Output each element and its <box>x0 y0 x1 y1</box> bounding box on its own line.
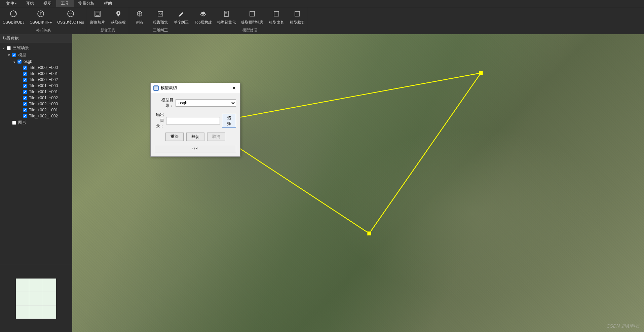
tree-osgb[interactable]: ∨osgb <box>0 59 72 65</box>
scene-data-panel-title: 场景数据 <box>0 34 72 43</box>
dropdown-arrow-icon: ▾ <box>15 2 16 5</box>
tree-tile-item[interactable]: Tile_+000_+001 <box>0 71 72 77</box>
polygon-vertex[interactable] <box>479 71 483 75</box>
polygon-vertex[interactable] <box>367 231 371 235</box>
tree-checkbox[interactable] <box>23 96 27 100</box>
tree-checkbox[interactable] <box>23 66 27 70</box>
model-rename-button[interactable]: 模型改名 <box>266 7 287 27</box>
progress-bar: 0% <box>155 145 236 152</box>
lightweight-icon <box>222 10 230 18</box>
ribbon-group-label: 格式转换 <box>0 27 87 34</box>
ribbon-group-model: Top层构建 模型轻量化 提取模型轮廓 模型改名 模型裁切 模型处理 <box>192 7 308 34</box>
tree-tile-item[interactable]: Tile_+002_+002 <box>0 113 72 119</box>
image-tile-button[interactable]: 影像切片 <box>87 7 108 27</box>
tree-checkbox[interactable] <box>12 53 16 57</box>
scene-tree[interactable]: ∨三维场景 ∨模型 ∨osgb Tile_+000_+000Tile_+000_… <box>0 43 72 265</box>
tree-tile-item[interactable]: Tile_+001_+002 <box>0 95 72 101</box>
osgb-to-tiff-button[interactable]: TOSGB转TIFF <box>27 7 54 27</box>
prick-icon <box>136 10 144 18</box>
get-coordinate-button[interactable]: 获取坐标 <box>108 7 129 27</box>
tree-tile-item[interactable]: Tile_+001_+001 <box>0 89 72 95</box>
ribbon-group-label: 影像工具 <box>87 27 129 34</box>
tree-toggle-icon[interactable]: ∨ <box>7 53 11 57</box>
tree-tile-item[interactable]: Tile_+000_+002 <box>0 77 72 83</box>
tree-tile-item[interactable]: Tile_+002_+001 <box>0 107 72 113</box>
convert-obj-icon <box>9 10 17 18</box>
ribbon-group-label: 三维纠正 <box>129 27 192 34</box>
tree-checkbox[interactable] <box>23 84 27 88</box>
model-lightweight-button[interactable]: 模型轻量化 <box>215 7 238 27</box>
model-crop-dialog[interactable]: 模型裁切 ✕ 模型目录： osgb 输出目录： 选择 重绘 裁切 取消 <box>150 83 240 157</box>
svg-rect-16 <box>274 11 279 16</box>
tile-icon <box>93 10 102 18</box>
svg-rect-19 <box>154 86 158 90</box>
tree-root[interactable]: ∨三维场景 <box>0 44 72 51</box>
model-crop-button[interactable]: 模型裁切 <box>287 7 308 27</box>
ribbon-toolbar: OSGB转OBJ TOSGB转TIFF 3DOSGB转3DTiles 格式转换 … <box>0 7 644 34</box>
rename-icon <box>272 10 280 18</box>
svg-rect-5 <box>95 11 100 16</box>
svg-rect-11 <box>158 11 163 16</box>
svg-point-7 <box>117 12 119 14</box>
output-dir-input[interactable] <box>166 117 220 124</box>
tree-checkbox[interactable] <box>23 72 27 76</box>
tree-checkbox[interactable] <box>23 114 27 118</box>
svg-rect-17 <box>295 11 300 16</box>
tree-toggle-icon[interactable]: ∨ <box>12 60 16 64</box>
report-preview-button[interactable]: 报告预览 <box>150 7 171 27</box>
svg-rect-15 <box>250 11 255 16</box>
osgb-to-3dtiles-button[interactable]: 3DOSGB转3DTiles <box>54 7 87 27</box>
menu-file[interactable]: 文件▾ <box>1 0 21 7</box>
tree-checkbox[interactable] <box>23 102 27 106</box>
tree-checkbox[interactable] <box>23 90 27 94</box>
tree-shapes[interactable]: 图形 <box>0 119 72 126</box>
top-layer-icon <box>199 10 207 18</box>
dialog-app-icon <box>153 85 159 91</box>
close-icon[interactable]: ✕ <box>231 85 237 91</box>
crop-button[interactable]: 裁切 <box>186 133 204 141</box>
tree-checkbox[interactable] <box>23 108 27 112</box>
extract-icon <box>248 10 256 18</box>
single-correct-button[interactable]: 单个纠正 <box>171 7 192 27</box>
ribbon-group-label: 模型处理 <box>192 27 308 34</box>
model-dir-label: 模型目录： <box>155 97 174 109</box>
convert-tiff-icon: T <box>37 10 45 18</box>
minimap[interactable] <box>0 265 72 332</box>
ribbon-group-image: 影像切片 获取坐标 影像工具 <box>87 7 129 34</box>
prick-point-button[interactable]: 刺点 <box>129 7 150 27</box>
terrain-render <box>72 34 644 332</box>
tree-tile-item[interactable]: Tile_+002_+000 <box>0 101 72 107</box>
svg-text:3D: 3D <box>69 12 73 16</box>
tree-checkbox[interactable] <box>12 121 16 125</box>
tree-tile-item[interactable]: Tile_+001_+000 <box>0 83 72 89</box>
browse-button[interactable]: 选择 <box>222 114 236 128</box>
tree-checkbox[interactable] <box>17 60 22 64</box>
report-icon <box>156 10 164 18</box>
tree-checkbox[interactable] <box>23 78 27 82</box>
extract-outline-button[interactable]: 提取模型轮廓 <box>238 7 266 27</box>
top-layer-button[interactable]: Top层构建 <box>192 7 215 27</box>
tree-tile-item[interactable]: Tile_+000_+000 <box>0 65 72 71</box>
3d-viewport[interactable]: CSDN 超图科技 模型裁切 ✕ 模型目录： osgb 输出目录： 选择 <box>72 34 644 332</box>
ribbon-group-format: OSGB转OBJ TOSGB转TIFF 3DOSGB转3DTiles 格式转换 <box>0 7 87 34</box>
svg-rect-6 <box>96 12 99 15</box>
convert-3dtiles-icon: 3D <box>67 10 75 18</box>
menu-bar: 文件▾ 开始 视图 工具 测量分析 帮助 <box>0 0 644 7</box>
sidebar: 场景数据 ∨三维场景 ∨模型 ∨osgb Tile_+000_+000Tile_… <box>0 34 72 332</box>
menu-measure[interactable]: 测量分析 <box>74 0 99 7</box>
redraw-button[interactable]: 重绘 <box>165 133 184 141</box>
menu-start[interactable]: 开始 <box>21 0 39 7</box>
tree-model[interactable]: ∨模型 <box>0 51 72 59</box>
watermark: CSDN 超图科技 <box>606 323 640 329</box>
dialog-titlebar[interactable]: 模型裁切 ✕ <box>151 83 240 93</box>
menu-help[interactable]: 帮助 <box>99 0 117 7</box>
model-dir-select[interactable]: osgb <box>176 99 236 107</box>
tree-checkbox[interactable] <box>7 46 11 50</box>
svg-text:T: T <box>40 12 42 16</box>
menu-view[interactable]: 视图 <box>39 0 56 7</box>
crop-icon <box>293 10 301 18</box>
osgb-to-obj-button[interactable]: OSGB转OBJ <box>0 7 27 27</box>
tree-toggle-icon[interactable]: ∨ <box>1 46 5 50</box>
menu-tools[interactable]: 工具 <box>56 0 74 7</box>
cancel-button[interactable]: 取消 <box>207 133 225 141</box>
